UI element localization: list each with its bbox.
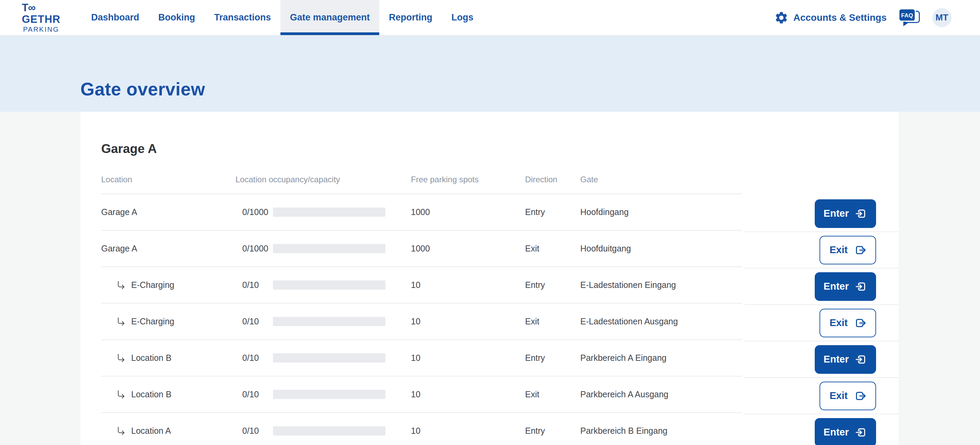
location-name: Location B xyxy=(131,389,172,399)
nav-item-transactions[interactable]: Transactions xyxy=(205,0,281,35)
nav-item-booking[interactable]: Booking xyxy=(149,0,205,35)
enter-gate-button[interactable]: Enter xyxy=(815,199,876,228)
occupancy-value: 0/10 xyxy=(242,426,273,436)
user-avatar[interactable]: MT xyxy=(932,8,951,27)
table-row: Location A 0/10 10 Entry Parkbereich B E… xyxy=(101,413,899,445)
enter-gate-button[interactable]: Enter xyxy=(815,345,876,374)
occupancy-value: 0/10 xyxy=(242,280,273,290)
location-name: Location B xyxy=(131,353,172,363)
enter-gate-button[interactable]: Enter xyxy=(815,272,876,301)
gate-name: E-Ladestationen Eingang xyxy=(580,280,742,290)
exit-gate-button[interactable]: Exit xyxy=(819,381,876,410)
logo-line-parking: PARKING xyxy=(23,26,59,33)
table-header-row: Location Location occupancy/capacity Fre… xyxy=(101,156,899,194)
location-name: E-Charging xyxy=(131,280,174,290)
occupancy-bar xyxy=(273,353,385,362)
location-name: Garage A xyxy=(101,244,137,254)
direction-value: Entry xyxy=(525,207,580,217)
table-row: Location B 0/10 10 Exit Parkbereich A Au… xyxy=(101,377,899,413)
login-icon xyxy=(855,353,867,366)
table-row: E-Charging 0/10 10 Entry E-Ladestationen… xyxy=(101,267,899,304)
occupancy-value: 0/10 xyxy=(242,316,273,326)
nav-item-dashboard[interactable]: Dashboard xyxy=(82,0,149,35)
nav-item-logs[interactable]: Logs xyxy=(442,0,483,35)
direction-value: Exit xyxy=(525,389,580,399)
free-spots-value: 10 xyxy=(411,353,525,363)
gate-name: E-Ladestationen Ausgang xyxy=(580,316,742,326)
enter-gate-button[interactable]: Enter xyxy=(815,418,876,445)
direction-value: Entry xyxy=(525,353,580,363)
faq-button[interactable]: FAQ xyxy=(898,8,921,27)
gate-name: Parkbereich A Ausgang xyxy=(580,389,742,399)
gate-overview-card: Garage A Location Location occupancy/cap… xyxy=(80,112,899,444)
direction-value: Entry xyxy=(525,426,580,436)
occupancy-value: 0/10 xyxy=(242,353,273,363)
sub-location-arrow-icon xyxy=(116,389,126,400)
col-header-free-spots: Free parking spots xyxy=(411,175,525,184)
table-row: Garage A 0/1000 1000 Exit Hoofduitgang E… xyxy=(101,231,899,267)
logout-icon xyxy=(854,317,866,329)
occupancy-bar xyxy=(273,280,385,289)
occupancy-bar xyxy=(273,208,385,217)
col-header-location: Location xyxy=(101,175,242,184)
free-spots-value: 10 xyxy=(411,316,525,326)
gate-name: Hoofdingang xyxy=(580,207,742,217)
occupancy-bar xyxy=(273,426,385,435)
logout-icon xyxy=(854,244,866,256)
location-name: Garage A xyxy=(101,207,137,217)
page-hero: Gate overview xyxy=(0,36,980,112)
free-spots-value: 10 xyxy=(411,280,525,290)
nav-item-gate-management[interactable]: Gate management xyxy=(280,0,379,35)
exit-gate-button[interactable]: Exit xyxy=(819,236,876,264)
gate-name: Parkbereich B Eingang xyxy=(580,426,742,436)
occupancy-value: 0/10 xyxy=(242,389,273,399)
sub-location-arrow-icon xyxy=(116,280,126,291)
login-icon xyxy=(855,426,867,439)
direction-value: Exit xyxy=(525,244,580,254)
location-name: Location A xyxy=(131,426,171,436)
occupancy-bar xyxy=(273,317,385,326)
logout-icon xyxy=(854,390,866,402)
sub-location-arrow-icon xyxy=(116,353,126,364)
direction-value: Entry xyxy=(525,280,580,290)
col-header-occupancy: Location occupancy/capacity xyxy=(235,175,411,184)
topbar-right-cluster: Accounts & Settings FAQ MT xyxy=(774,0,951,35)
logo-line-gethr: GETHR xyxy=(22,14,60,25)
nav-item-reporting[interactable]: Reporting xyxy=(379,0,442,35)
toogethr-parking-logo: T∞ GETHR PARKING xyxy=(22,0,60,35)
table-row: Location B 0/10 10 Entry Parkbereich A E… xyxy=(101,340,899,377)
col-header-direction: Direction xyxy=(525,175,580,184)
main-nav: Dashboard Booking Transactions Gate mana… xyxy=(82,0,483,35)
sub-location-arrow-icon xyxy=(116,426,126,437)
top-navigation-bar: T∞ GETHR PARKING Dashboard Booking Trans… xyxy=(0,0,980,36)
login-icon xyxy=(855,280,867,293)
page-content: Garage A Location Location occupancy/cap… xyxy=(0,112,980,444)
exit-gate-button[interactable]: Exit xyxy=(819,309,876,337)
occupancy-value: 0/1000 xyxy=(242,244,273,254)
gear-icon xyxy=(774,11,789,25)
page-title: Gate overview xyxy=(80,79,205,100)
login-icon xyxy=(855,208,867,220)
free-spots-value: 10 xyxy=(411,426,525,436)
col-header-gate: Gate xyxy=(580,175,742,184)
gate-name: Parkbereich A Eingang xyxy=(580,353,742,363)
location-name: E-Charging xyxy=(131,316,174,326)
table-row: Garage A 0/1000 1000 Entry Hoofdingang E… xyxy=(101,194,899,231)
logo-line-too: T∞ xyxy=(22,2,35,13)
occupancy-bar xyxy=(273,390,385,399)
free-spots-value: 1000 xyxy=(411,207,525,217)
faq-label: FAQ xyxy=(901,12,913,19)
section-title-garage-a: Garage A xyxy=(101,112,899,156)
occupancy-bar xyxy=(273,244,385,253)
free-spots-value: 1000 xyxy=(411,244,525,254)
occupancy-value: 0/1000 xyxy=(242,207,273,217)
direction-value: Exit xyxy=(525,316,580,326)
accounts-settings-label: Accounts & Settings xyxy=(793,12,887,23)
gate-name: Hoofduitgang xyxy=(580,244,742,254)
table-row: E-Charging 0/10 10 Exit E-Ladestationen … xyxy=(101,304,899,340)
free-spots-value: 10 xyxy=(411,389,525,399)
sub-location-arrow-icon xyxy=(116,316,126,327)
accounts-settings-button[interactable]: Accounts & Settings xyxy=(774,11,887,25)
